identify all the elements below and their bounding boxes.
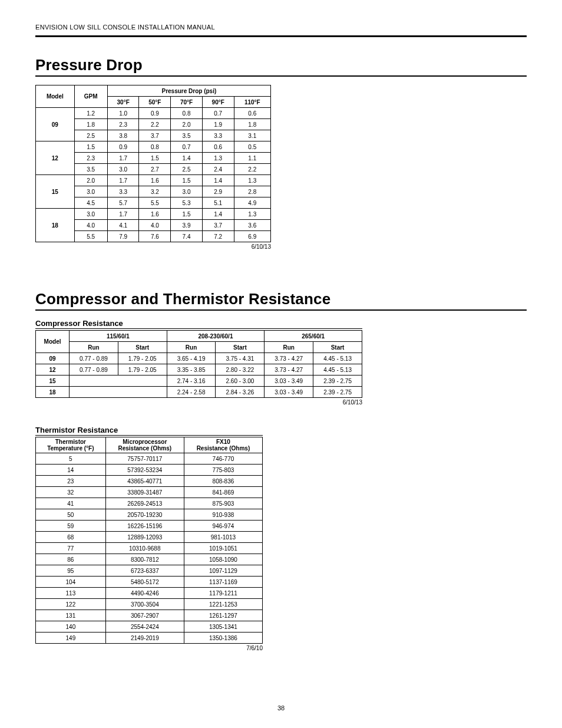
- table-row: 1492149-20191350-1386: [36, 633, 263, 644]
- cell-value: 0.5: [234, 141, 270, 153]
- cell-value: 23: [36, 476, 106, 487]
- cell-gpm: 1.5: [74, 141, 107, 153]
- cell-value: 5.5: [139, 197, 171, 209]
- cell-value: 3.0: [171, 186, 203, 197]
- cell-value: 3.3: [107, 186, 139, 197]
- cell-value: 3.5: [171, 130, 203, 141]
- cell-empty: [70, 387, 167, 398]
- cell-value: 746-770: [184, 453, 262, 465]
- cell-value: 5: [36, 453, 106, 465]
- cell-value: 3.3: [202, 130, 234, 141]
- document-header: ENVISION LOW SILL CONSOLE INSTALLATION M…: [35, 24, 527, 37]
- cell-value: 0.9: [107, 141, 139, 153]
- cell-value: 2554-2424: [105, 621, 184, 633]
- table-row: 152.74 - 3.162.60 - 3.003.03 - 3.492.39 …: [36, 375, 362, 387]
- cell-value: 2.24 - 2.58: [167, 387, 216, 398]
- cell-value: 1.5: [171, 175, 203, 186]
- cell-value: 1261-1297: [184, 610, 262, 621]
- cell-value: 1305-1341: [184, 621, 262, 633]
- page-number: 38: [35, 704, 527, 711]
- cell-value: 2.74 - 3.16: [167, 375, 216, 387]
- cell-value: 775-803: [184, 465, 262, 476]
- cell-value: 4490-4246: [105, 588, 184, 599]
- cell-value: 10310-9688: [105, 543, 184, 554]
- cell-value: 3700-3504: [105, 599, 184, 610]
- table-row: 5020570-19230910-938: [36, 509, 263, 521]
- cell-value: 1.79 - 2.05: [118, 364, 167, 375]
- cell-gpm: 3.0: [74, 186, 107, 197]
- cell-value: 1019-1051: [184, 543, 262, 554]
- cell-value: 1.7: [107, 209, 139, 220]
- cell-value: 3.73 - 4.27: [265, 353, 313, 364]
- cell-value: 0.7: [171, 141, 203, 153]
- cell-value: 7.6: [139, 231, 171, 242]
- cell-model: 18: [36, 209, 75, 242]
- col-sub: Start: [118, 342, 167, 353]
- cell-model: 12: [36, 364, 70, 375]
- table-row: 090.77 - 0.891.79 - 2.053.65 - 4.193.75 …: [36, 353, 362, 364]
- cell-value: 1350-1386: [184, 633, 262, 644]
- table-row: 182.24 - 2.582.84 - 3.263.03 - 3.492.39 …: [36, 387, 362, 398]
- table-row: 868300-78121058-1090: [36, 554, 263, 565]
- cell-value: 4.1: [107, 220, 139, 231]
- thermistor-resistance-table: ThermistorTemperature (°F)Microprocessor…: [35, 437, 263, 644]
- table-row: 1045480-51721137-1169: [36, 577, 263, 588]
- cell-value: 2.60 - 3.00: [216, 375, 265, 387]
- col-sub: Start: [313, 342, 362, 353]
- cell-value: 6.9: [234, 231, 270, 242]
- cell-value: 26269-24513: [105, 498, 184, 509]
- table-row: 7710310-96881019-1051: [36, 543, 263, 554]
- cell-value: 0.8: [139, 141, 171, 153]
- cell-value: 1097-1129: [184, 565, 262, 577]
- cell-value: 910-938: [184, 509, 262, 521]
- cell-gpm: 3.0: [74, 209, 107, 220]
- col-temp: 50°F: [139, 97, 171, 108]
- table-row: 091.21.00.90.80.70.6: [36, 108, 271, 119]
- cell-value: 1.4: [202, 209, 234, 220]
- cell-value: 32: [36, 487, 106, 498]
- cell-value: 1.0: [107, 108, 139, 119]
- cell-value: 875-903: [184, 498, 262, 509]
- cell-value: 3.6: [234, 220, 270, 231]
- table-row: 3233809-31487841-869: [36, 487, 263, 498]
- cell-value: 2149-2019: [105, 633, 184, 644]
- cell-value: 2.2: [234, 164, 270, 175]
- cell-value: 2.39 - 2.75: [313, 375, 362, 387]
- cell-value: 1.3: [202, 153, 234, 164]
- col-voltage-group: 115/60/1: [70, 331, 167, 342]
- table-row: 575757-70117746-770: [36, 453, 263, 465]
- table-row: 1223700-35041221-1253: [36, 599, 263, 610]
- col-temp: 70°F: [171, 97, 203, 108]
- cell-value: 0.77 - 0.89: [70, 353, 118, 364]
- cell-value: 1058-1090: [184, 554, 262, 565]
- col-voltage-group: 208-230/60/1: [167, 331, 265, 342]
- cell-value: 5.1: [202, 197, 234, 209]
- cell-value: 5.7: [107, 197, 139, 209]
- cell-value: 3.0: [107, 164, 139, 175]
- cell-value: 2.0: [171, 119, 203, 130]
- cell-value: 981-1013: [184, 532, 262, 543]
- cell-value: 946-974: [184, 521, 262, 532]
- cell-value: 50: [36, 509, 106, 521]
- cell-value: 5480-5172: [105, 577, 184, 588]
- col-gpm: GPM: [74, 85, 107, 108]
- cell-value: 7.2: [202, 231, 234, 242]
- cell-value: 4.0: [139, 220, 171, 231]
- cell-value: 2.7: [139, 164, 171, 175]
- cell-gpm: 4.0: [74, 220, 107, 231]
- cell-value: 4.9: [234, 197, 270, 209]
- cell-value: 68: [36, 532, 106, 543]
- col-sub: Start: [216, 342, 265, 353]
- cell-value: 86: [36, 554, 106, 565]
- table-row: 1402554-24241305-1341: [36, 621, 263, 633]
- cell-gpm: 3.5: [74, 164, 107, 175]
- cell-value: 7.4: [171, 231, 203, 242]
- cell-value: 1.7: [107, 153, 139, 164]
- cell-value: 104: [36, 577, 106, 588]
- table-row: 5916226-15196946-974: [36, 521, 263, 532]
- cell-value: 4.45 - 5.13: [313, 353, 362, 364]
- cell-value: 131: [36, 610, 106, 621]
- cell-value: 16226-15196: [105, 521, 184, 532]
- table-row: 1457392-53234775-803: [36, 465, 263, 476]
- cell-value: 2.5: [171, 164, 203, 175]
